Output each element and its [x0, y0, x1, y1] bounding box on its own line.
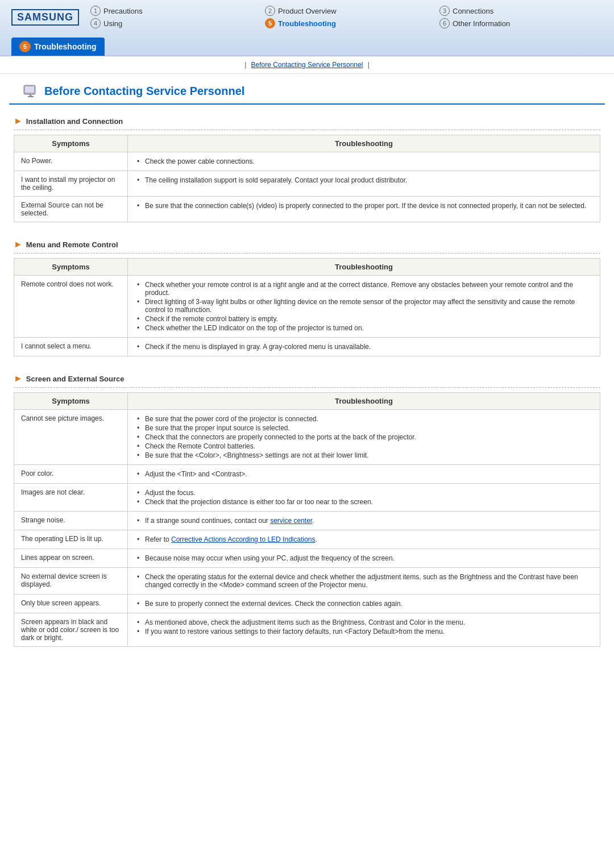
tip-item: Direct lighting of 3-way light bulbs or …: [135, 297, 593, 314]
table-row: Cannot see picture images.Be sure that t…: [14, 410, 600, 465]
tip-item: Be sure that the proper input source is …: [135, 423, 593, 433]
page-title-icon: [23, 83, 39, 99]
sidebar-label-text: Troubleshooting: [34, 42, 97, 51]
table-row: External Source can not be selected.Be s…: [14, 197, 600, 222]
tip-link[interactable]: Corrective Actions According to LED Indi…: [171, 535, 315, 543]
col-troubleshooting-installation: Troubleshooting: [128, 135, 600, 152]
tip-item: Check whether your remote control is at …: [135, 280, 593, 297]
table-screen: Symptoms Troubleshooting Cannot see pict…: [14, 392, 600, 647]
table-row: Strange noise.If a strange sound continu…: [14, 512, 600, 530]
tip-item: Be sure that the connection cable(s) (vi…: [135, 201, 593, 210]
nav-label-product-overview: Product Overview: [278, 7, 337, 15]
table-row: Lines appear on screen.Because noise may…: [14, 549, 600, 568]
tips-cell: Adjust the focus.Check that the projecti…: [128, 484, 600, 512]
tips-cell: Refer to Corrective Actions According to…: [128, 530, 600, 549]
content: ► Installation and Connection Symptoms T…: [0, 105, 614, 664]
tips-cell: Adjust the <Tint> and <Contrast>.: [128, 465, 600, 484]
table-row: No Power.Check the power cable connectio…: [14, 152, 600, 171]
symptom-cell: Lines appear on screen.: [14, 549, 128, 568]
tips-cell: Check the power cable connections.: [128, 152, 600, 171]
tips-cell: The ceiling installation support is sold…: [128, 171, 600, 197]
table-row: I want to install my projector on the ce…: [14, 171, 600, 197]
tips-cell: If a strange sound continues, contact ou…: [128, 512, 600, 530]
breadcrumb-link[interactable]: Before Contacting Service Personnel: [251, 61, 363, 69]
symptom-cell: Strange noise.: [14, 512, 128, 530]
symptom-cell: Screen appears in black and white or odd…: [14, 613, 128, 647]
tips-cell: Be sure that the power cord of the proje…: [128, 410, 600, 465]
header: SAMSUNG 1 Precautions 2 Product Overview…: [0, 0, 614, 56]
nav-item-other-info[interactable]: 6 Other Information: [439, 18, 603, 28]
tip-item: Adjust the focus.: [135, 488, 593, 497]
section-title-screen: Screen and External Source: [26, 375, 125, 383]
nav-item-connections[interactable]: 3 Connections: [439, 6, 603, 16]
section-header-menu: ► Menu and Remote Control: [14, 234, 600, 254]
nav-label-precautions: Precautions: [103, 7, 143, 15]
section-installation: ► Installation and Connection Symptoms T…: [14, 110, 600, 222]
sidebar-label: 5 Troubleshooting: [11, 38, 105, 56]
symptom-cell: No external device screen is displayed.: [14, 568, 128, 595]
header-top: SAMSUNG 1 Precautions 2 Product Overview…: [11, 6, 603, 33]
table-row: Only blue screen appears.Be sure to prop…: [14, 595, 600, 613]
samsung-logo: SAMSUNG: [11, 9, 79, 26]
nav-num-2: 2: [265, 6, 275, 16]
nav-num-4: 4: [90, 18, 101, 28]
table-row: No external device screen is displayed.C…: [14, 568, 600, 595]
section-title-menu: Menu and Remote Control: [26, 240, 118, 249]
tip-item: Adjust the <Tint> and <Contrast>.: [135, 470, 593, 479]
table-menu: Symptoms Troubleshooting Remote control …: [14, 258, 600, 356]
nav-item-troubleshooting[interactable]: 5 Troubleshooting: [265, 18, 428, 28]
section-menu: ► Menu and Remote Control Symptoms Troub…: [14, 234, 600, 356]
section-header-screen: ► Screen and External Source: [14, 368, 600, 388]
nav-num-5: 5: [265, 18, 275, 28]
svg-rect-1: [25, 86, 34, 93]
tips-cell: Be sure that the connection cable(s) (vi…: [128, 197, 600, 222]
tip-item: Check whether the LED indicator on the t…: [135, 323, 593, 333]
tips-cell: As mentioned above, check the adjustment…: [128, 613, 600, 647]
table-row: Remote control does not work.Check wheth…: [14, 276, 600, 338]
nav-label-other-info: Other Information: [453, 19, 510, 28]
col-symptoms-screen: Symptoms: [14, 393, 128, 410]
col-troubleshooting-menu: Troubleshooting: [128, 259, 600, 276]
tip-item: As mentioned above, check the adjustment…: [135, 618, 593, 627]
tip-item: Because noise may occur when using your …: [135, 554, 593, 563]
tip-item: Check if the remote control battery is e…: [135, 314, 593, 323]
section-header-installation: ► Installation and Connection: [14, 110, 600, 130]
tip-item: Check that the projection distance is ei…: [135, 497, 593, 506]
tip-item: If you want to restore various settings …: [135, 627, 593, 636]
tip-item: Be sure that the power cord of the proje…: [135, 414, 593, 423]
tip-item: The ceiling installation support is sold…: [135, 176, 593, 185]
breadcrumb-separator-1: |: [244, 61, 246, 69]
symptom-cell: The operating LED is lit up.: [14, 530, 128, 549]
section-icon-screen: ►: [14, 373, 23, 384]
symptom-cell: Images are not clear.: [14, 484, 128, 512]
col-troubleshooting-screen: Troubleshooting: [128, 393, 600, 410]
section-icon-menu: ►: [14, 239, 23, 250]
tip-item: Check if the menu is displayed in gray. …: [135, 342, 593, 351]
nav-label-using: Using: [103, 19, 122, 28]
table-row: The operating LED is lit up.Refer to Cor…: [14, 530, 600, 549]
nav-num-6: 6: [439, 18, 450, 28]
tip-link[interactable]: service center: [270, 517, 312, 525]
tips-cell: Be sure to properly connect the external…: [128, 595, 600, 613]
tip-item: Check the operating status for the exter…: [135, 572, 593, 589]
tip-item: Check that the connectors are properly c…: [135, 433, 593, 442]
symptom-cell: I want to install my projector on the ce…: [14, 171, 128, 197]
tips-cell: Check whether your remote control is at …: [128, 276, 600, 338]
nav-item-using[interactable]: 4 Using: [90, 18, 254, 28]
table-installation: Symptoms Troubleshooting No Power.Check …: [14, 135, 600, 222]
col-symptoms-installation: Symptoms: [14, 135, 128, 152]
sidebar-num: 5: [19, 41, 31, 52]
nav-num-3: 3: [439, 6, 450, 16]
nav-num-1: 1: [90, 6, 101, 16]
tips-cell: Check if the menu is displayed in gray. …: [128, 338, 600, 356]
nav-item-product-overview[interactable]: 2 Product Overview: [265, 6, 428, 16]
tip-item: Check the power cable connections.: [135, 157, 593, 166]
symptom-cell: Only blue screen appears.: [14, 595, 128, 613]
table-row: I cannot select a menu.Check if the menu…: [14, 338, 600, 356]
tip-item: Refer to Corrective Actions According to…: [135, 535, 593, 544]
nav-grid: 1 Precautions 2 Product Overview 3 Conne…: [90, 6, 603, 28]
section-title-installation: Installation and Connection: [26, 117, 123, 126]
tips-cell: Check the operating status for the exter…: [128, 568, 600, 595]
nav-item-precautions[interactable]: 1 Precautions: [90, 6, 254, 16]
symptom-cell: Poor color.: [14, 465, 128, 484]
